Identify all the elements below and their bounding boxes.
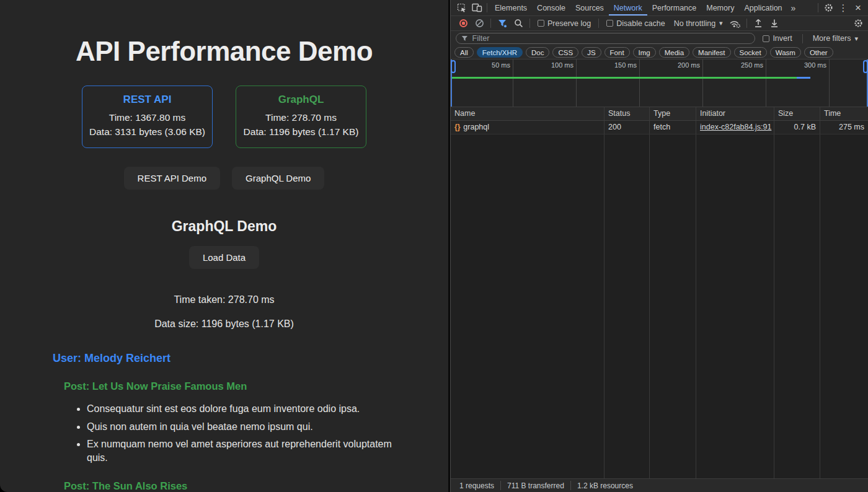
preserve-log-checkbox[interactable]: Preserve log <box>538 19 591 28</box>
demo-switch-buttons: REST API Demo GraphQL Demo <box>0 167 448 190</box>
divider <box>529 19 530 28</box>
request-name: graphql <box>463 121 489 134</box>
demo-page: API Performance Demo REST API Time: 1367… <box>0 0 448 492</box>
tab-network[interactable]: Network <box>609 0 647 15</box>
graphql-demo-button[interactable]: GraphQL Demo <box>232 167 324 190</box>
request-type-chips: All Fetch/XHR Doc CSS JS Font Img Media … <box>451 46 868 59</box>
request-row-graphql[interactable]: {} graphql 200 fetch index-c82fab84.js:9… <box>451 121 868 134</box>
column-header-size[interactable]: Size <box>774 107 820 120</box>
chip-img[interactable]: Img <box>633 47 656 58</box>
timeline-tick-label: 200 ms <box>654 61 700 69</box>
divider <box>746 19 747 28</box>
preserve-log-label: Preserve log <box>547 19 591 28</box>
overview-right-handle[interactable] <box>863 60 868 73</box>
post-block-1: Post: Let Us Now Praise Famous Men Conse… <box>64 380 448 465</box>
post-title-2: Post: The Sun Also Rises <box>64 480 448 492</box>
requests-table-header: Name Status Type Initiator Size Time <box>451 107 868 121</box>
chip-doc[interactable]: Doc <box>526 47 549 58</box>
timeline-tick-label: 300 ms <box>781 61 826 69</box>
time-taken-text: Time taken: 278.70 ms <box>0 294 448 305</box>
filter-toggle-icon[interactable] <box>495 16 510 31</box>
divider <box>487 3 487 12</box>
more-filters-dropdown[interactable]: More filters ▾ <box>813 34 858 43</box>
column-header-status[interactable]: Status <box>604 107 650 120</box>
timeline-tick-label: 100 ms <box>528 61 574 69</box>
device-toolbar-icon[interactable] <box>469 1 484 15</box>
empty-column <box>604 134 650 478</box>
import-har-icon[interactable] <box>751 16 766 31</box>
resources-size: 1.2 kB resources <box>575 481 636 490</box>
disable-cache-label: Disable cache <box>616 19 665 28</box>
throttling-dropdown[interactable]: No throttling ▾ <box>674 19 723 28</box>
gridline <box>639 59 640 107</box>
network-conditions-icon[interactable] <box>728 16 743 31</box>
chevron-down-icon: ▾ <box>719 19 723 27</box>
post-block-2: Post: The Sun Also Rises At impedit culp… <box>64 480 448 492</box>
section-heading: GraphQL Demo <box>0 218 448 235</box>
empty-column <box>451 134 604 478</box>
timeline-tick-label: 50 ms <box>464 61 510 69</box>
data-size-text: Data size: 1196 bytes (1.17 KB) <box>0 318 448 330</box>
checkbox-icon[interactable] <box>538 20 544 27</box>
column-header-name[interactable]: Name <box>451 107 604 120</box>
divider <box>818 3 818 12</box>
tab-performance[interactable]: Performance <box>647 0 702 15</box>
overview-left-handle[interactable] <box>451 60 456 73</box>
graphql-card-title: GraphQL <box>240 94 362 106</box>
tab-console[interactable]: Console <box>532 0 570 15</box>
timeline-tick-label: 250 ms <box>717 61 763 69</box>
column-header-type[interactable]: Type <box>650 107 696 120</box>
gridline <box>513 59 513 107</box>
kebab-menu-icon[interactable]: ⋮ <box>836 1 851 15</box>
more-tabs-icon[interactable]: » <box>787 4 800 12</box>
waterfall-bar-blue <box>797 77 810 79</box>
transferred-size: 711 B transferred <box>505 481 567 490</box>
timeline-tick-label: 150 ms <box>591 61 637 69</box>
disable-cache-checkbox[interactable]: Disable cache <box>606 19 665 28</box>
chip-manifest[interactable]: Manifest <box>693 47 730 58</box>
chip-wasm[interactable]: Wasm <box>770 47 801 58</box>
devtools-tab-bar: Elements Console Sources Network Perform… <box>451 0 868 16</box>
empty-column <box>650 134 696 478</box>
gridline <box>766 59 766 107</box>
rest-api-demo-button[interactable]: REST API Demo <box>124 167 220 190</box>
record-network-log-icon[interactable] <box>456 16 471 31</box>
column-header-time[interactable]: Time <box>820 107 868 120</box>
rest-api-card-title: REST API <box>86 94 208 106</box>
checkbox-icon[interactable] <box>763 35 769 42</box>
chip-fetch-xhr[interactable]: Fetch/XHR <box>477 47 523 58</box>
chip-css[interactable]: CSS <box>552 47 578 58</box>
filter-row: Invert More filters ▾ <box>451 31 868 46</box>
chip-other[interactable]: Other <box>804 47 833 58</box>
user-heading: User: Melody Reichert <box>53 352 448 365</box>
filter-input-container[interactable] <box>456 33 755 44</box>
request-name-cell[interactable]: {} graphql <box>451 121 604 134</box>
filter-funnel-icon <box>461 35 469 42</box>
column-header-initiator[interactable]: Initiator <box>696 107 774 120</box>
load-data-button[interactable]: Load Data <box>189 246 259 269</box>
inspect-element-icon[interactable] <box>454 1 469 15</box>
tab-memory[interactable]: Memory <box>701 0 739 15</box>
initiator-link[interactable]: index-c82fab84.js:91 <box>700 121 771 134</box>
network-overview-timeline[interactable]: 50 ms 100 ms 150 ms 200 ms 250 ms 300 ms <box>451 59 868 107</box>
invert-checkbox[interactable]: Invert <box>763 34 792 43</box>
close-devtools-icon[interactable]: × <box>851 1 866 15</box>
chip-media[interactable]: Media <box>659 47 689 58</box>
tab-application[interactable]: Application <box>739 0 787 15</box>
chip-all[interactable]: All <box>454 47 474 58</box>
divider <box>802 34 803 43</box>
chip-js[interactable]: JS <box>582 47 601 58</box>
tab-elements[interactable]: Elements <box>490 0 532 15</box>
chip-socket[interactable]: Socket <box>734 47 767 58</box>
network-settings-gear-icon[interactable] <box>851 16 866 31</box>
search-icon[interactable] <box>511 16 526 31</box>
chip-font[interactable]: Font <box>604 47 630 58</box>
empty-column <box>820 134 868 478</box>
settings-gear-icon[interactable] <box>821 1 836 15</box>
export-har-icon[interactable] <box>767 16 782 31</box>
gridline <box>576 59 577 107</box>
clear-network-log-icon[interactable] <box>472 16 487 31</box>
filter-input[interactable] <box>472 34 750 43</box>
checkbox-icon[interactable] <box>606 20 613 27</box>
tab-sources[interactable]: Sources <box>570 0 609 15</box>
